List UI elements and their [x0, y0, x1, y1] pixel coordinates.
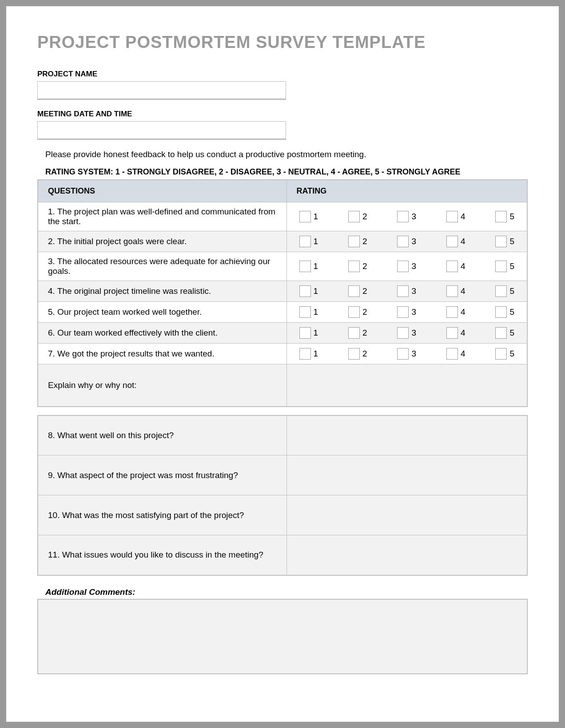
project-name-label: PROJECT NAME: [37, 70, 528, 79]
rating-value-label: 4: [461, 212, 466, 222]
rating-value-label: 2: [362, 286, 367, 296]
rating-checkbox[interactable]: [348, 236, 360, 247]
rating-checkbox[interactable]: [446, 236, 458, 247]
rating-checkbox[interactable]: [397, 285, 409, 297]
rating-option[interactable]: 2: [348, 327, 367, 339]
rating-option[interactable]: 4: [446, 327, 466, 339]
open-answer-cell[interactable]: [286, 495, 527, 535]
rating-checkbox[interactable]: [299, 306, 311, 318]
rating-checkbox[interactable]: [495, 348, 507, 360]
rating-cell: 12345: [286, 302, 527, 323]
rating-checkbox[interactable]: [495, 285, 507, 297]
rating-value-label: 1: [314, 307, 318, 317]
rating-checkbox[interactable]: [446, 348, 458, 360]
rating-option[interactable]: 1: [299, 236, 318, 247]
rating-checkbox[interactable]: [348, 348, 360, 360]
rating-option[interactable]: 1: [299, 348, 318, 360]
table-row: 1. The project plan was well-defined and…: [38, 202, 527, 231]
open-answer-cell[interactable]: [286, 535, 527, 575]
rating-option[interactable]: 3: [397, 261, 416, 272]
rating-checkbox[interactable]: [397, 261, 409, 272]
rating-checkbox[interactable]: [397, 348, 409, 360]
rating-value-label: 5: [509, 212, 514, 222]
rating-checkbox[interactable]: [397, 306, 409, 318]
open-answer-cell[interactable]: [286, 455, 527, 495]
rating-option[interactable]: 2: [348, 306, 367, 318]
rating-checkbox[interactable]: [299, 236, 311, 247]
rating-checkbox[interactable]: [495, 327, 507, 339]
rating-checkbox[interactable]: [348, 261, 360, 272]
rating-checkbox[interactable]: [446, 211, 458, 222]
rating-option[interactable]: 5: [495, 236, 514, 247]
rating-checkbox[interactable]: [495, 261, 507, 272]
rating-option[interactable]: 2: [348, 236, 367, 247]
rating-value-label: 2: [362, 307, 367, 317]
rating-option[interactable]: 5: [495, 327, 514, 339]
rating-option[interactable]: 5: [495, 261, 514, 272]
table-row: 10. What was the most satisfying part of…: [38, 495, 527, 535]
rating-option[interactable]: 2: [348, 285, 367, 297]
rating-legend: RATING SYSTEM: 1 - STRONGLY DISAGREE, 2 …: [45, 167, 528, 177]
rating-checkbox[interactable]: [348, 306, 360, 318]
rating-option[interactable]: 5: [495, 211, 514, 222]
meeting-date-input[interactable]: [37, 121, 286, 140]
rating-option[interactable]: 3: [397, 348, 416, 360]
rating-option[interactable]: 4: [446, 211, 466, 222]
rating-option[interactable]: 5: [495, 306, 514, 318]
rating-option[interactable]: 4: [446, 306, 466, 318]
rating-checkbox[interactable]: [299, 261, 311, 272]
rating-cell: 12345: [286, 231, 527, 252]
rating-option[interactable]: 1: [299, 327, 318, 339]
rating-value-label: 3: [411, 261, 416, 271]
project-name-input[interactable]: [37, 81, 286, 100]
rating-option[interactable]: 5: [495, 348, 514, 360]
rating-checkbox[interactable]: [299, 327, 311, 339]
rating-checkbox[interactable]: [495, 306, 507, 318]
rating-checkbox[interactable]: [348, 285, 360, 297]
rating-checkbox[interactable]: [446, 261, 458, 272]
rating-checkbox[interactable]: [299, 348, 311, 360]
rating-checkbox[interactable]: [495, 236, 507, 247]
rating-option[interactable]: 2: [348, 211, 367, 222]
rating-value-label: 1: [314, 237, 318, 246]
rating-cell: 12345: [286, 344, 527, 364]
rating-option[interactable]: 1: [299, 211, 318, 222]
page-title: PROJECT POSTMORTEM SURVEY TEMPLATE: [37, 33, 528, 52]
rating-checkbox[interactable]: [495, 211, 507, 222]
rating-option[interactable]: 4: [446, 348, 466, 360]
table-row: 11. What issues would you like to discus…: [38, 535, 527, 575]
rating-option[interactable]: 5: [495, 285, 514, 297]
rating-checkbox[interactable]: [299, 285, 311, 297]
rating-option[interactable]: 2: [348, 261, 367, 272]
rating-checkbox[interactable]: [446, 285, 458, 297]
rating-checkbox[interactable]: [397, 327, 409, 339]
open-answer-cell[interactable]: [286, 415, 527, 455]
rating-option[interactable]: 2: [348, 348, 367, 360]
rating-option[interactable]: 3: [397, 306, 416, 318]
rating-checkbox[interactable]: [446, 327, 458, 339]
rating-checkbox[interactable]: [397, 211, 409, 222]
rating-checkbox[interactable]: [446, 306, 458, 318]
table-row: 2. The initial project goals were clear.…: [38, 231, 527, 252]
open-question-text: 11. What issues would you like to discus…: [38, 535, 286, 575]
rating-checkbox[interactable]: [348, 327, 360, 339]
rating-option[interactable]: 3: [397, 285, 416, 297]
rating-option[interactable]: 4: [446, 261, 466, 272]
rating-value-label: 4: [461, 237, 466, 246]
rating-option[interactable]: 3: [397, 327, 416, 339]
rating-option[interactable]: 3: [397, 236, 416, 247]
explain-answer-cell[interactable]: [286, 364, 527, 407]
rating-option[interactable]: 3: [397, 211, 416, 222]
rating-checkbox[interactable]: [348, 211, 360, 222]
rating-option[interactable]: 1: [299, 285, 318, 297]
rating-cell: 12345: [286, 323, 527, 344]
rating-option[interactable]: 1: [299, 261, 318, 272]
page-frame: PROJECT POSTMORTEM SURVEY TEMPLATE PROJE…: [0, 0, 565, 728]
rating-option[interactable]: 1: [299, 306, 318, 318]
rating-checkbox[interactable]: [397, 236, 409, 247]
instructions-text: Please provide honest feedback to help u…: [45, 150, 528, 159]
additional-comments-input[interactable]: [37, 599, 528, 674]
rating-option[interactable]: 4: [446, 236, 466, 247]
rating-option[interactable]: 4: [446, 285, 466, 297]
rating-checkbox[interactable]: [299, 211, 311, 222]
